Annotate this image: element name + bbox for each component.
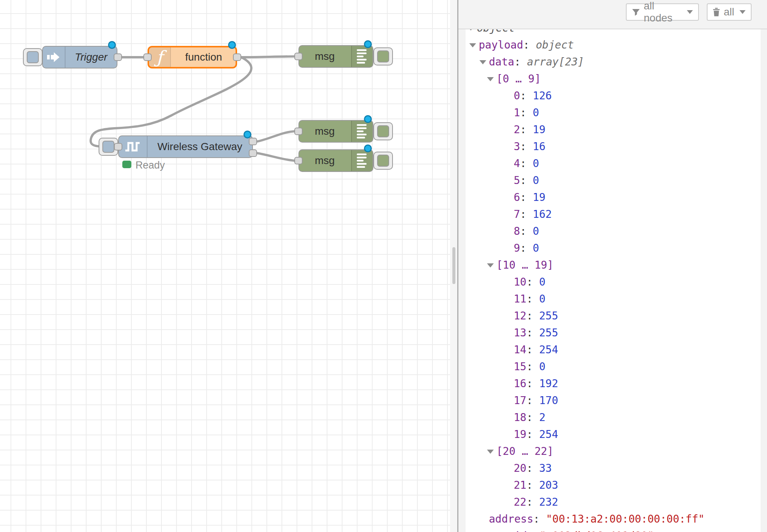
debug-tree: objectpayload: objectdata: array[23][0 …… — [466, 29, 761, 532]
debug-tree-row: 4: 0 — [466, 155, 761, 172]
debug2-input-port[interactable] — [294, 128, 303, 135]
debug-tree-row: _msgid: "c002dbd06c401d80" — [466, 527, 761, 532]
changed-indicator — [364, 115, 372, 123]
function-icon: ƒ — [149, 46, 170, 68]
debug-tree-row: 13: 255 — [466, 324, 761, 341]
debug-filter-button[interactable]: all nodes — [626, 3, 699, 21]
clear-button-label: all — [724, 6, 734, 18]
chevron-down-icon — [740, 10, 746, 14]
status-dot — [122, 161, 131, 168]
gateway-input-port[interactable] — [114, 143, 122, 150]
chevron-down-icon — [687, 10, 693, 14]
debug-list-icon — [357, 154, 367, 168]
debug-tree-row: 5: 0 — [466, 172, 761, 189]
debug-toggle-inner[interactable] — [377, 50, 389, 62]
changed-indicator — [228, 41, 236, 49]
debug-tree-row: 2: 19 — [466, 121, 761, 138]
debug-toggle-inner[interactable] — [377, 125, 389, 137]
debug-tree-row: [10 … 19] — [466, 257, 761, 274]
debug-tree-row: payload: object — [466, 36, 761, 53]
changed-indicator — [108, 41, 116, 49]
flow-canvas[interactable]: Trigger ƒ function msg — [0, 0, 450, 532]
gateway-button-inner[interactable] — [102, 141, 114, 153]
debug-tree-row: 12: 255 — [466, 307, 761, 324]
node-red-editor: Trigger ƒ function msg — [0, 0, 767, 532]
trash-icon — [713, 7, 720, 17]
icon-separator — [65, 47, 65, 68]
icon-separator — [147, 136, 148, 157]
debug-message-list: objectpayload: objectdata: array[23][0 …… — [458, 29, 767, 532]
debug-tree-row: 8: 0 — [466, 223, 761, 240]
debug1-input-port[interactable] — [294, 53, 303, 60]
debug-tree-row: 16: 192 — [466, 375, 761, 392]
debug-tree-row: 9: 0 — [466, 240, 761, 257]
inject-arrow-icon — [47, 50, 60, 64]
debug-tree-row: 0: 126 — [466, 87, 761, 104]
debug-tree-row: 21: 203 — [466, 477, 761, 494]
debug-tree-row: 10: 0 — [466, 274, 761, 290]
debug-tree-row: 17: 170 — [466, 392, 761, 409]
debug-tree-row: 14: 254 — [466, 341, 761, 358]
debug-clear-button[interactable]: all — [707, 3, 752, 21]
square-wave-icon — [124, 140, 141, 154]
wire-function-gateway[interactable] — [91, 57, 251, 147]
trigger-output-port[interactable] — [114, 53, 122, 61]
debug-list-icon — [357, 49, 367, 64]
wire-gateway-debug2[interactable] — [257, 131, 294, 141]
status-text: Ready — [135, 160, 165, 171]
wire-layer — [0, 0, 450, 532]
debug-tree-row: 11: 0 — [466, 290, 761, 307]
debug-toggle-inner[interactable] — [377, 155, 389, 167]
debug-tree-row: 3: 16 — [466, 138, 761, 155]
scrollbar-thumb[interactable] — [452, 247, 455, 284]
debug-list-icon — [357, 124, 367, 138]
debug-tree-row: address: "00:13:a2:00:00:00:00:ff" — [466, 511, 761, 527]
gateway-output-port-2[interactable] — [249, 149, 257, 157]
debug-tree-row: [0 … 9] — [466, 70, 761, 87]
function-input-port[interactable] — [143, 53, 152, 61]
icon-separator — [170, 47, 171, 67]
inject-button-inner[interactable] — [27, 51, 39, 63]
canvas-vertical-scrollbar — [450, 0, 457, 532]
changed-indicator — [364, 40, 372, 48]
filter-button-label: all nodes — [644, 0, 682, 24]
function-output-port[interactable] — [233, 53, 241, 61]
debug-tree-row: 20: 33 — [466, 460, 761, 477]
debug-tree-row: 15: 0 — [466, 358, 761, 375]
debug-tree-row: [20 … 22] — [466, 443, 761, 460]
debug-tree-row: 6: 19 — [466, 189, 761, 206]
debug-tree-row: 18: 2 — [466, 409, 761, 426]
icon-separator — [351, 150, 352, 171]
debug-sidebar: all nodes all objectpayload: objectdata:… — [458, 0, 767, 532]
debug-tree-row: 1: 0 — [466, 104, 761, 121]
changed-indicator — [243, 131, 251, 138]
debug-message: objectpayload: objectdata: array[23][0 …… — [466, 29, 761, 532]
debug-tree-row: 22: 232 — [466, 494, 761, 511]
debug-tree-row: object — [466, 29, 761, 36]
icon-separator — [351, 121, 352, 142]
debug-tree-row: 7: 162 — [466, 206, 761, 223]
gateway-output-port-1[interactable] — [249, 138, 257, 145]
debug-sidebar-toolbar: all nodes all — [458, 0, 767, 29]
debug3-input-port[interactable] — [294, 157, 303, 164]
wire-gateway-debug3[interactable] — [257, 153, 294, 161]
debug-tree-row: data: array[23] — [466, 53, 761, 70]
changed-indicator — [364, 144, 372, 152]
debug-tree-row: 19: 254 — [466, 426, 761, 443]
icon-separator — [351, 46, 352, 67]
filter-funnel-icon — [632, 8, 640, 17]
wire-function-debug1[interactable] — [241, 56, 294, 57]
